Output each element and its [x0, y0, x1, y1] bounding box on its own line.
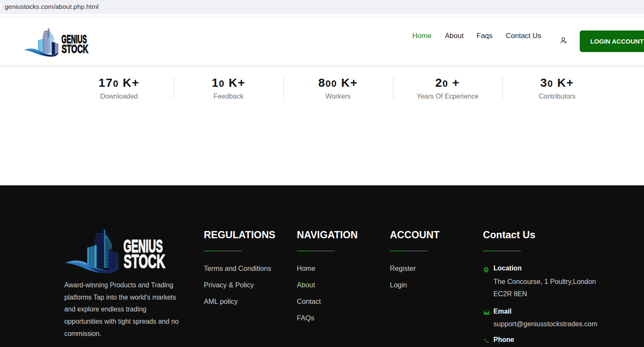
svg-text:STOCK: STOCK	[124, 251, 165, 272]
svg-text:STOCK: STOCK	[62, 42, 89, 55]
